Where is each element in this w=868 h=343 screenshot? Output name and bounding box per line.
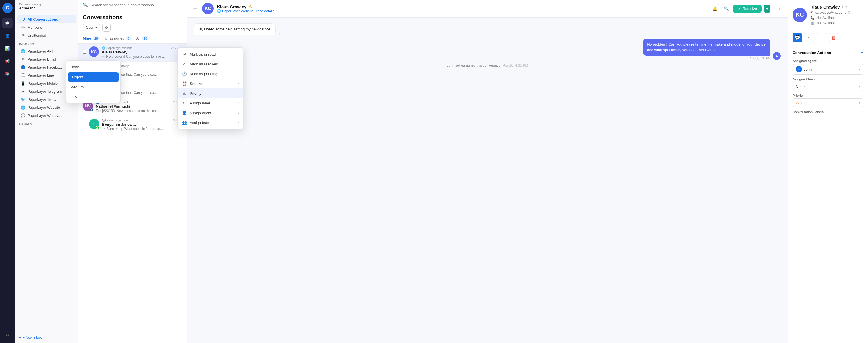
conversation-list-panel: 🔍 ⇥ Conversations Open ▾ ⚙ Mine 10 Unass… [78, 0, 187, 343]
contact-avatar: KC [793, 8, 807, 22]
submenu-item-low[interactable]: Low [78, 92, 120, 101]
conv-more-icon[interactable]: ⋮ [83, 119, 87, 125]
conv-info: 💬 PaperLayer Line Benyamin Janeway ↩ Sur… [102, 119, 170, 131]
sidebar-item-paperlayer-whatsapp[interactable]: 💬 PaperLayer Whatsa... [17, 112, 76, 119]
sidebar-item-paperlayer-api[interactable]: 🌐 PaperLayer API [17, 48, 76, 55]
sidebar-item-unattended[interactable]: ✉ Unattended [17, 32, 76, 39]
conv-info: 🌐 PaperLayer Website Klaus Crawley ↩ No … [102, 46, 168, 59]
assigned-agent-select[interactable]: J John ▾ [793, 64, 863, 74]
chat-header-sub: 🌐 PaperLayer Website Close details [217, 9, 707, 13]
tab-mine[interactable]: Mine 10 [83, 34, 100, 43]
message-options-icon[interactable]: ⋮ [278, 31, 282, 35]
priority-select[interactable]: ⚠ High ▾ [793, 98, 863, 107]
currently-viewing-label: Currently viewing: [19, 3, 74, 6]
conversation-item[interactable]: ⋮ BJ L 💬 PaperLayer Line Benyamin Janewa… [78, 116, 187, 134]
assign-label-icon: 🏷 [182, 101, 187, 105]
message-action-button[interactable]: 💬 [793, 33, 802, 42]
sidebar-item-label: PaperLayer API [28, 50, 53, 53]
tab-all[interactable]: All 20 [136, 34, 149, 43]
message-bubble: No problem! Can you please tell me the m… [643, 39, 770, 56]
sidebar-item-label: PaperLayer Website [28, 105, 60, 110]
avatar: BJ L [89, 119, 99, 129]
conv-list-toolbar: Open ▾ ⚙ [83, 24, 182, 32]
message-bubble: Hi, I need some help setting my new devi… [194, 23, 276, 35]
submenu-item-none[interactable]: None [78, 62, 120, 72]
assign-team-icon: 👥 [182, 120, 187, 125]
conv-preview: ↩ Sure thing! What specific feature ar..… [102, 127, 170, 131]
rail-report-icon[interactable]: 📊 [2, 43, 12, 53]
menu-item-mark-resolved[interactable]: ✓ Mark as resolved [178, 59, 243, 69]
rail-campaign-icon[interactable]: 📢 [2, 56, 12, 66]
submenu-chevron-icon: › [238, 111, 239, 115]
sidebar-item-label: Unattended [28, 34, 46, 38]
source-icon: 💬 [102, 119, 105, 122]
agent-value: J John [796, 66, 812, 72]
conv-name: Klaus Crawley [102, 50, 168, 54]
rail-contact-icon[interactable]: 👤 [2, 30, 12, 41]
conversation-item[interactable]: KC 🌐 PaperLayer Website Klaus Crawley ↩ … [78, 43, 187, 62]
conv-labels-label: Conversation Labels [793, 110, 863, 114]
new-inbox-button[interactable]: + + New inbox [19, 334, 74, 341]
chat-area: ☰ KC Klaus Crawley ⚠ 🌐 PaperLayer Websit… [187, 0, 787, 343]
contact-phone: 📞 Not Available [810, 16, 851, 20]
edit-action-button[interactable]: ✏ [805, 33, 814, 42]
chat-messages: Hi, I need some help setting my new devi… [187, 18, 787, 343]
sidebar-item-label: PaperLayer Facebo... [28, 65, 62, 69]
sidebar-item-label: All Conversations [28, 18, 58, 22]
mute-button[interactable]: 🔔 [710, 4, 719, 13]
menu-item-mark-pending[interactable]: 🕐 Mark as pending [178, 69, 243, 79]
twitter-icon: 🐦 [21, 97, 25, 102]
tab-unassigned[interactable]: Unassigned 8 [105, 34, 131, 43]
forward-action-button[interactable]: → [817, 33, 826, 42]
sidebar-item-all-conversations[interactable]: 🗨 All Conversations [17, 15, 76, 23]
close-details-link[interactable]: Close details [255, 9, 274, 13]
inbox-link[interactable]: PaperLayer Website [222, 9, 253, 13]
sidebar-item-label: Mentions [28, 26, 42, 30]
conv-preview: Re: [#23188] New messages on this co... [96, 109, 170, 113]
snooze-icon: ⏰ [182, 81, 187, 86]
rail-help-icon[interactable]: 📚 [2, 68, 12, 79]
sidebar-item-label: PaperLayer Line [28, 73, 54, 77]
conv-source: 🌐 PaperLayer Website [102, 46, 168, 50]
contact-name: Klaus Crawley ℹ ↗ [810, 5, 851, 9]
company-name: Acme Inc [19, 6, 74, 10]
collapse-sidebar-button[interactable]: ☰ [192, 5, 198, 12]
message-wrap: Hi, I need some help setting my new devi… [194, 23, 781, 35]
search-icon: 🔍 [83, 2, 88, 7]
new-inbox-icon: + [19, 336, 21, 340]
filter-button[interactable]: ⚙ [102, 24, 111, 32]
conversation-actions-section: Conversation Actions − Assigned Agent J … [788, 46, 868, 118]
rail-chat-icon[interactable]: 💬 [2, 18, 12, 28]
menu-item-assign-agent[interactable]: 👤 Assign agent › [178, 108, 243, 118]
icon-rail: C 💬 👤 📊 📢 📚 ⚙ [0, 0, 15, 343]
menu-item-assign-team[interactable]: 👥 Assign team › [178, 118, 243, 127]
message-actions[interactable]: ⋮ [278, 31, 282, 35]
status-filter[interactable]: Open ▾ [83, 24, 100, 31]
copy-icon[interactable]: ⧉ [848, 11, 851, 14]
rail-settings-icon[interactable]: ⚙ [2, 330, 12, 340]
resolve-dropdown-button[interactable]: ▾ [764, 5, 770, 13]
menu-item-mark-unread[interactable]: ✉ Mark as unread [178, 50, 243, 59]
conv-checkbox[interactable] [83, 50, 86, 54]
system-time: Apr 28, 4:35 PM [503, 63, 528, 67]
sidebar-bottom: + + New inbox [15, 332, 78, 343]
all-conversations-icon: 🗨 [21, 17, 25, 22]
submenu-item-urgent[interactable]: Urgent [78, 72, 119, 82]
menu-item-assign-label[interactable]: 🏷 Assign label › [178, 98, 243, 108]
sidebar-item-paperlayer-website[interactable]: 🌐 PaperLayer Website [17, 104, 76, 112]
source-icon: 🌐 [102, 46, 105, 50]
right-panel-toggle[interactable]: › [776, 5, 783, 12]
conversation-list-header: Conversations Open ▾ ⚙ [78, 10, 187, 34]
resolve-button[interactable]: ✓ Resolve [733, 5, 762, 13]
assigned-team-select[interactable]: None ▾ [793, 82, 863, 91]
sidebar-item-mentions[interactable]: @ Mentions [17, 24, 76, 31]
search-messages-button[interactable]: 🔍 [722, 4, 731, 13]
unassigned-count: 8 [126, 36, 131, 40]
submenu-item-medium[interactable]: Medium [78, 82, 120, 92]
search-input[interactable] [90, 3, 177, 7]
collapse-icon[interactable]: − [860, 50, 863, 56]
menu-item-snooze[interactable]: ⏰ Snooze › [178, 79, 243, 88]
message-time: Apr 26, 3:38 PM [750, 57, 770, 60]
menu-item-priority[interactable]: ⚠ Priority › [178, 88, 243, 98]
delete-action-button[interactable]: 🗑 [829, 33, 838, 42]
